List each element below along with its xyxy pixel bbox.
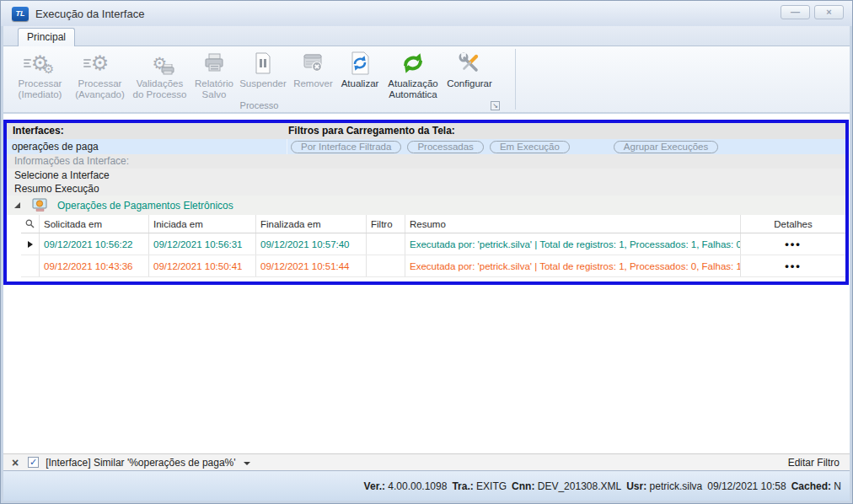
dialog-launcher-icon[interactable]: ↘ bbox=[491, 101, 500, 110]
status-tra: Tra.: EXITG bbox=[452, 480, 507, 492]
status-datetime: 09/12/2021 10:58 bbox=[707, 480, 786, 492]
cell-finalizada-em: 09/12/2021 10:57:40 bbox=[256, 233, 367, 255]
executions-grid: Solicitada em Iniciada em Finalizada em … bbox=[21, 215, 845, 277]
status-bar: Ver.: 4.00.00.1098 Tra.: EXITG Cnn: DEV_… bbox=[3, 470, 850, 501]
filter-active-checkbox[interactable]: ✓ bbox=[28, 457, 39, 468]
cell-solicitada-em: 09/12/2021 10:43:36 bbox=[40, 255, 149, 276]
status-user: Usr: petrick.silva bbox=[626, 480, 702, 492]
processar-avancado-button[interactable]: ⚙ Processar (Avançado) bbox=[70, 48, 130, 100]
agrupar-execucoes-button[interactable]: Agrupar Execuções bbox=[614, 141, 718, 153]
cell-iniciada-em: 09/12/2021 10:50:41 bbox=[149, 255, 256, 276]
pause-document-icon bbox=[246, 50, 280, 77]
filtros-label: Filtros para Carregamento da Tela: bbox=[288, 125, 455, 137]
interface-monitor-icon bbox=[32, 198, 48, 212]
client-area: Interfaces: Filtros para Carregamento da… bbox=[3, 114, 850, 501]
selecione-interface-text: Selecione a Interface bbox=[7, 169, 845, 182]
auto-refresh-icon bbox=[396, 50, 430, 77]
gears-icon: ⚙⚙ bbox=[24, 50, 57, 77]
cell-resumo: Executada por: 'petrick.silva' | Total d… bbox=[405, 233, 741, 255]
tools-icon bbox=[453, 50, 486, 77]
panel-filter-row: operações de paga Por Interface Filtrada… bbox=[7, 139, 845, 154]
processadas-button[interactable]: Processadas bbox=[407, 141, 483, 153]
tab-principal[interactable]: Principal bbox=[18, 28, 75, 46]
expand-collapse-icon[interactable] bbox=[14, 202, 20, 208]
ribbon-tab-strip: Principal bbox=[3, 26, 850, 46]
row-arrow-icon bbox=[28, 241, 33, 248]
title-bar: TL Execução da Interface — × bbox=[1, 1, 852, 26]
execution-panel: Interfaces: Filtros para Carregamento da… bbox=[3, 120, 849, 285]
interfaces-label: Interfaces: bbox=[13, 125, 64, 137]
remove-filter-icon[interactable]: × bbox=[12, 457, 19, 469]
suspender-button[interactable]: Suspender bbox=[239, 48, 287, 100]
interface-group-title: Operações de Pagamentos Eletrônicos bbox=[57, 200, 233, 212]
gear-printer-icon: ⚙ bbox=[143, 50, 177, 77]
remover-button[interactable]: Remover bbox=[287, 48, 339, 100]
filter-dropdown-icon[interactable] bbox=[244, 462, 250, 465]
column-header-finalizada-em[interactable]: Finalizada em bbox=[256, 215, 367, 233]
printer-save-icon bbox=[197, 50, 231, 77]
grid-filter-bar: × ✓ [Interface] Similar '%operações de p… bbox=[3, 453, 850, 470]
search-column-header[interactable] bbox=[21, 215, 40, 233]
current-row-indicator bbox=[21, 233, 40, 255]
app-window: TL Execução da Interface — × Principal ⚙… bbox=[0, 0, 853, 504]
ribbon-group-processo: Processo ↘ bbox=[3, 100, 515, 113]
column-header-filtro[interactable]: Filtro bbox=[367, 215, 405, 233]
atualizar-button[interactable]: Atualizar bbox=[339, 48, 381, 100]
cell-finalizada-em: 09/12/2021 10:51:44 bbox=[256, 255, 367, 276]
cell-filtro bbox=[367, 233, 405, 255]
grid-header-row: Solicitada em Iniciada em Finalizada em … bbox=[21, 215, 845, 233]
ribbon: ⚙⚙ Processar (Imediato) ⚙ Processar (Ava… bbox=[3, 46, 850, 113]
interface-group-row[interactable]: Operações de Pagamentos Eletrônicos bbox=[7, 196, 845, 215]
resumo-execucao-text: Resumo Execução bbox=[7, 182, 845, 196]
panel-labels-row: Interfaces: Filtros para Carregamento da… bbox=[7, 123, 845, 139]
column-header-detalhes[interactable]: Detalhes bbox=[741, 215, 845, 233]
cell-filtro bbox=[367, 255, 405, 276]
relatorio-salvo-button[interactable]: Relatório Salvo bbox=[190, 48, 239, 100]
refresh-document-icon bbox=[343, 50, 377, 77]
column-header-resumo[interactable]: Resumo bbox=[405, 215, 741, 233]
informacoes-interface-label: Informações da Interface: bbox=[7, 154, 845, 169]
status-version: Ver.: 4.00.00.1098 bbox=[364, 480, 448, 492]
configurar-button[interactable]: Configurar bbox=[445, 48, 494, 100]
remove-grid-icon bbox=[297, 50, 330, 77]
em-execucao-button[interactable]: Em Execução bbox=[490, 141, 570, 153]
editar-filtro-button[interactable]: Editar Filtro bbox=[788, 457, 840, 469]
cell-solicitada-em: 09/12/2021 10:56:22 bbox=[40, 233, 149, 255]
group-label: Processo bbox=[3, 100, 515, 110]
minimize-button[interactable]: — bbox=[781, 5, 810, 19]
status-connection: Cnn: DEV_201308.XML bbox=[512, 480, 621, 492]
processar-imediato-button[interactable]: ⚙⚙ Processar (Imediato) bbox=[10, 48, 70, 100]
por-interface-filtrada-button[interactable]: Por Interface Filtrada bbox=[291, 141, 401, 153]
ribbon-separator bbox=[515, 49, 516, 110]
gear-icon: ⚙ bbox=[83, 50, 117, 77]
interface-search-input[interactable]: operações de paga bbox=[7, 139, 287, 154]
validacoes-processo-button[interactable]: ⚙ Validações do Processo bbox=[130, 48, 190, 100]
cell-resumo: Executada por: 'petrick.silva' | Total d… bbox=[405, 255, 741, 276]
close-button[interactable]: × bbox=[814, 5, 844, 19]
table-row[interactable]: 09/12/2021 10:43:36 09/12/2021 10:50:41 … bbox=[21, 255, 845, 277]
app-logo-icon: TL bbox=[12, 7, 29, 21]
status-cached: Cached: N bbox=[791, 480, 841, 492]
details-button[interactable]: ••• bbox=[741, 255, 845, 276]
row-indicator bbox=[21, 255, 40, 276]
column-header-solicitada-em[interactable]: Solicitada em bbox=[40, 215, 149, 233]
window-title: Execução da Interface bbox=[35, 8, 144, 20]
details-button[interactable]: ••• bbox=[741, 233, 845, 255]
search-icon bbox=[25, 219, 35, 228]
cell-iniciada-em: 09/12/2021 10:56:31 bbox=[149, 233, 256, 255]
active-filter-text: [Interface] Similar '%operações de paga%… bbox=[46, 457, 235, 469]
table-row[interactable]: 09/12/2021 10:56:22 09/12/2021 10:56:31 … bbox=[21, 233, 845, 255]
atualizacao-automatica-button[interactable]: Atualização Automática bbox=[381, 48, 445, 100]
column-header-iniciada-em[interactable]: Iniciada em bbox=[149, 215, 256, 233]
